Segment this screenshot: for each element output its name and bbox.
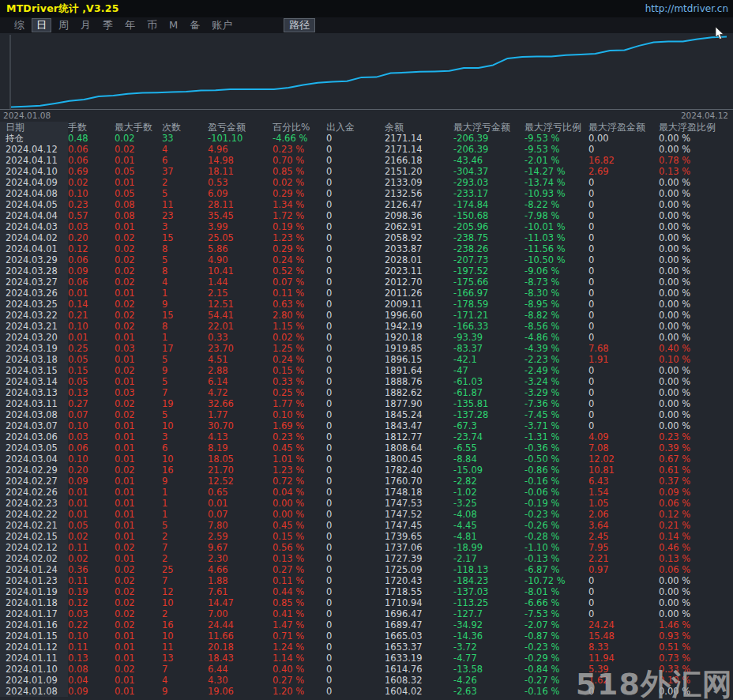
table-row[interactable]: 2024.01.120.110.011120.181.24 %01653.37-… bbox=[0, 642, 733, 653]
cell: 2171.14 bbox=[385, 144, 453, 155]
cell: 0.00 % bbox=[659, 321, 733, 332]
cell: 0.02 bbox=[115, 299, 162, 310]
table-row[interactable]: 2024.03.060.030.0134.130.23 %01812.77-23… bbox=[0, 431, 733, 442]
cell: 0.01 bbox=[115, 177, 162, 188]
cell: -9.06 % bbox=[524, 265, 588, 277]
menu-item-M[interactable]: M bbox=[164, 18, 182, 32]
table-row[interactable]: 2024.01.180.120.021014.470.85 %01710.94-… bbox=[0, 597, 733, 608]
table-row[interactable]: 2024.01.090.040.0144.300.27 %01608.32-4.… bbox=[0, 675, 733, 686]
cell: 54.41 bbox=[208, 310, 273, 321]
table-row[interactable]: 2024.04.010.120.0285.860.29 %02033.87-23… bbox=[0, 243, 733, 254]
cell: 0.02 bbox=[68, 177, 115, 188]
menu-item-月[interactable]: 月 bbox=[76, 18, 96, 32]
table-row[interactable]: 2024.03.270.060.0241.440.07 %02012.70-17… bbox=[0, 277, 733, 288]
table-row[interactable]: 2024.03.210.100.02822.011.15 %01942.19-1… bbox=[0, 321, 733, 332]
table-row[interactable]: 2024.02.120.110.0279.670.56 %01737.06-18… bbox=[0, 542, 733, 553]
cell: 0 bbox=[588, 686, 659, 697]
table-row[interactable]: 2024.03.140.050.0156.140.33 %01888.76-61… bbox=[0, 376, 733, 387]
cell: 0 bbox=[326, 686, 385, 697]
table-row[interactable]: 2024.04.020.200.021525.051.23 %02058.92-… bbox=[0, 232, 733, 243]
cell: 1942.19 bbox=[385, 321, 453, 332]
column-header: 最大手数 bbox=[115, 122, 162, 133]
table-row[interactable]: 2024.04.080.100.0556.090.29 %02132.56-23… bbox=[0, 188, 733, 199]
table-row[interactable]: 2024.03.070.100.011030.701.69 %01843.47-… bbox=[0, 420, 733, 431]
table-row[interactable]: 2024.03.180.050.0154.510.24 %01896.15-42… bbox=[0, 354, 733, 365]
column-header: 最大浮亏比例 bbox=[524, 122, 588, 133]
table-row[interactable]: 2024.02.230.010.0110.010.00 %01747.53-3.… bbox=[0, 498, 733, 509]
cell: -113.25 bbox=[453, 597, 524, 608]
table-row[interactable]: 2024.04.050.230.081128.111.34 %02126.47-… bbox=[0, 199, 733, 210]
cell: 8.19 bbox=[208, 442, 273, 453]
cell: -0.23 % bbox=[524, 509, 588, 520]
table-row[interactable]: 2024.01.160.220.021624.441.47 %01689.47-… bbox=[0, 619, 733, 630]
app-url-link[interactable]: http://mtdriver.cn bbox=[645, 3, 728, 14]
table-row[interactable]: 2024.02.220.010.0110.070.00 %01747.52-4.… bbox=[0, 509, 733, 520]
cell: 2024.03.26 bbox=[0, 288, 68, 299]
table-row[interactable]: 2024.01.240.360.02254.660.27 %01725.09-1… bbox=[0, 564, 733, 575]
table-row[interactable]: 2024.02.290.200.021621.701.23 %01782.40-… bbox=[0, 465, 733, 476]
table-row[interactable]: 2024.04.120.060.0244.960.23 %02171.14-20… bbox=[0, 144, 733, 155]
table-row[interactable]: 2024.03.040.100.011018.051.01 %01800.45-… bbox=[0, 453, 733, 465]
cell: 1882.62 bbox=[385, 387, 453, 398]
cell: 0.04 % bbox=[273, 487, 326, 498]
cell: 0.56 % bbox=[273, 542, 326, 553]
menu-item-日[interactable]: 日 bbox=[32, 18, 51, 32]
menu-item-季[interactable]: 季 bbox=[98, 18, 118, 32]
table-row[interactable]: 2024.03.260.010.0112.150.11 %02011.26-16… bbox=[0, 288, 733, 299]
table-row[interactable]: 2024.03.290.060.0254.900.24 %02028.01-20… bbox=[0, 254, 733, 265]
table-row[interactable]: 2024.01.100.080.0276.440.40 %01614.76-13… bbox=[0, 664, 733, 675]
table-row[interactable]: 2024.01.190.190.02127.610.44 %01718.55-1… bbox=[0, 586, 733, 597]
cell: 0 bbox=[588, 409, 659, 420]
table-row[interactable]: 2024.01.230.110.0271.880.11 %01720.43-18… bbox=[0, 575, 733, 586]
menu-item-综[interactable]: 综 bbox=[9, 18, 29, 32]
menu-item-年[interactable]: 年 bbox=[120, 18, 140, 32]
table-row[interactable]: 2024.04.090.020.0120.530.02 %02133.09-29… bbox=[0, 177, 733, 188]
table-row[interactable]: 2024.01.170.030.0227.000.41 %01696.47-12… bbox=[0, 608, 733, 619]
table-row[interactable]: 2024.01.110.130.011318.431.14 %01633.19-… bbox=[0, 653, 733, 664]
table-row[interactable]: 2024.03.200.010.0110.330.02 %01920.18-93… bbox=[0, 332, 733, 343]
cell: 2024.02.27 bbox=[0, 476, 68, 487]
cell: 2024.01.16 bbox=[0, 619, 68, 630]
menu-item-周[interactable]: 周 bbox=[54, 18, 73, 32]
menu-item-备[interactable]: 备 bbox=[185, 18, 205, 32]
cell: 2024.01.23 bbox=[0, 575, 68, 586]
table-row[interactable]: 2024.03.220.210.021554.412.80 %01996.60-… bbox=[0, 310, 733, 321]
table-row[interactable]: 2024.04.100.690.053718.110.85 %02151.20-… bbox=[0, 166, 733, 177]
table-row[interactable]: 2024.03.280.090.02810.410.52 %02023.11-1… bbox=[0, 265, 733, 277]
table-row[interactable]: 2024.02.020.020.0122.300.13 %01727.39-2.… bbox=[0, 553, 733, 564]
cell: 2024.04.03 bbox=[0, 221, 68, 232]
table-row[interactable]: 2024.01.080.090.01919.061.20 %01604.02-2… bbox=[0, 686, 733, 697]
cell: 0.01 bbox=[115, 376, 162, 387]
cell: 2024.03.11 bbox=[0, 398, 68, 409]
cell: -0.26 % bbox=[524, 520, 588, 531]
table-row[interactable]: 持仓0.480.0233-101.10-4.66 %02171.14-206.3… bbox=[0, 133, 733, 144]
cell: 0 bbox=[326, 476, 385, 487]
menu-item-账户[interactable]: 账户 bbox=[207, 18, 237, 32]
table-row[interactable]: 2024.03.110.270.021932.661.77 %01877.90-… bbox=[0, 398, 733, 409]
table-row[interactable]: 2024.04.110.060.01614.980.70 %02166.18-4… bbox=[0, 155, 733, 166]
cell: 17 bbox=[162, 343, 208, 354]
cell: -2.49 % bbox=[524, 365, 588, 376]
cell: 1710.94 bbox=[385, 597, 453, 608]
table-row[interactable]: 2024.02.260.010.0110.650.04 %01748.18-1.… bbox=[0, 487, 733, 498]
table-row[interactable]: 2024.03.190.250.031723.701.25 %01919.85-… bbox=[0, 343, 733, 354]
cell: 0.08 bbox=[115, 199, 162, 210]
cell: 0.10 bbox=[68, 453, 115, 465]
table-row[interactable]: 2024.02.150.020.0122.590.15 %01739.65-4.… bbox=[0, 531, 733, 542]
table-row[interactable]: 2024.04.030.030.0133.990.19 %02062.91-20… bbox=[0, 221, 733, 232]
path-button[interactable]: 路径 bbox=[284, 18, 315, 32]
table-row[interactable]: 2024.03.150.150.0292.880.15 %01891.64-47… bbox=[0, 365, 733, 376]
table-row[interactable]: 2024.03.050.060.0168.190.45 %01808.64-6.… bbox=[0, 442, 733, 453]
table-row[interactable]: 2024.01.150.100.011011.660.71 %01665.03-… bbox=[0, 630, 733, 642]
table-row[interactable]: 2024.02.270.090.01912.520.72 %01760.70-2… bbox=[0, 476, 733, 487]
cell: 16.82 bbox=[588, 155, 659, 166]
menu-item-币[interactable]: 币 bbox=[142, 18, 162, 32]
table-row[interactable]: 2024.04.040.570.082335.451.72 %02098.36-… bbox=[0, 210, 733, 221]
equity-curve-chart[interactable] bbox=[0, 33, 733, 111]
table-row[interactable]: 2024.03.130.130.0374.720.25 %01882.62-61… bbox=[0, 387, 733, 398]
table-row[interactable]: 2024.02.210.050.0157.800.45 %01747.45-4.… bbox=[0, 520, 733, 531]
cell: 0 bbox=[326, 265, 385, 277]
cell: 0.02 bbox=[115, 310, 162, 321]
table-row[interactable]: 2024.03.250.140.02912.510.63 %02009.11-1… bbox=[0, 299, 733, 310]
table-row[interactable]: 2024.03.080.070.0251.770.10 %01845.24-13… bbox=[0, 409, 733, 420]
